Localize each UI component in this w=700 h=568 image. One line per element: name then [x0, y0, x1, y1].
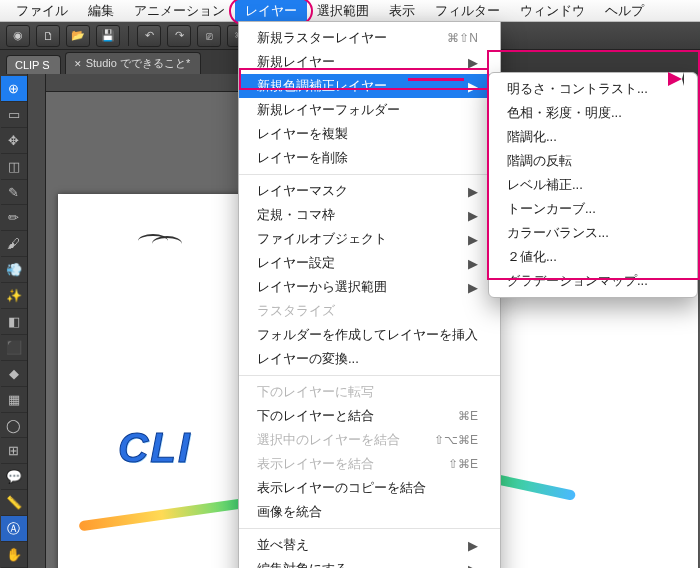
submenu-binarize[interactable]: ２値化... [489, 245, 697, 269]
move-tool[interactable]: ▭ [1, 102, 27, 128]
menu-shortcut: ⌘E [458, 409, 478, 423]
pencil-tool[interactable]: ✏ [1, 205, 27, 231]
submenu-levels[interactable]: レベル補正... [489, 173, 697, 197]
save-icon[interactable]: 💾 [96, 25, 120, 47]
menu-shortcut: ⌘⇧N [447, 31, 478, 45]
menu-item-label: ファイルオブジェクト [257, 230, 387, 248]
menu-item-label: 階調化... [507, 128, 557, 146]
menu-shortcut: ⇧⌥⌘E [434, 433, 478, 447]
menu-separator [239, 375, 500, 376]
menu-item-new-raster[interactable]: 新規ラスターレイヤー ⌘⇧N [239, 26, 500, 50]
menu-selection[interactable]: 選択範囲 [307, 0, 379, 22]
chevron-right-icon: ▶ [468, 562, 478, 569]
canvas-title-text: CLI [118, 424, 192, 472]
menu-item-label: ラスタライズ [257, 302, 335, 320]
menu-item-fileobj[interactable]: ファイルオブジェクト▶ [239, 227, 500, 251]
tab-label: CLIP S [15, 59, 50, 71]
menu-item-create-folder-insert[interactable]: フォルダーを作成してレイヤーを挿入 [239, 323, 500, 347]
tab-2[interactable]: ✕ Studio でできること* [65, 52, 202, 74]
ruler-tool[interactable]: 📏 [1, 490, 27, 516]
submenu-tone-curve[interactable]: トーンカーブ... [489, 197, 697, 221]
menu-item-label: 明るさ・コントラスト... [507, 80, 648, 98]
pen-tool[interactable]: ✎ [1, 180, 27, 206]
menu-item-duplicate[interactable]: レイヤーを複製 [239, 122, 500, 146]
blend-tool[interactable]: ⬛ [1, 335, 27, 361]
adjustment-layer-submenu: 明るさ・コントラスト... 色相・彩度・明度... 階調化... 階調の反転 レ… [488, 72, 698, 298]
menu-help[interactable]: ヘルプ [595, 0, 654, 22]
record-icon[interactable]: ◉ [6, 25, 30, 47]
balloon-tool[interactable]: 💬 [1, 464, 27, 490]
menu-item-label: レイヤー設定 [257, 254, 335, 272]
menu-item-settings[interactable]: レイヤー設定▶ [239, 251, 500, 275]
menu-window[interactable]: ウィンドウ [510, 0, 595, 22]
menu-item-arrange[interactable]: 並べ替え▶ [239, 533, 500, 557]
menu-item-transfer-below: 下のレイヤーに転写 [239, 380, 500, 404]
deco-tool[interactable]: ✨ [1, 283, 27, 309]
eraser-tool[interactable]: ◧ [1, 309, 27, 335]
fill-tool[interactable]: ◆ [1, 361, 27, 387]
menu-item-label: 編集対象にする [257, 560, 348, 568]
menu-item-label: 新規ラスターレイヤー [257, 29, 387, 47]
menu-item-label: 表示レイヤーを結合 [257, 455, 374, 473]
menu-item-label: 並べ替え [257, 536, 309, 554]
menu-item-label: フォルダーを作成してレイヤーを挿入 [257, 326, 478, 344]
menu-item-merge-selected: 選択中のレイヤーを結合⇧⌥⌘E [239, 428, 500, 452]
menu-item-convert[interactable]: レイヤーの変換... [239, 347, 500, 371]
menu-edit[interactable]: 編集 [78, 0, 124, 22]
menu-item-new-folder[interactable]: 新規レイヤーフォルダー [239, 98, 500, 122]
menu-item-set-target[interactable]: 編集対象にする▶ [239, 557, 500, 568]
zoom-tool[interactable]: ⊕ [1, 76, 27, 102]
chevron-right-icon: ▶ [468, 184, 478, 199]
gradient-tool[interactable]: ▦ [1, 387, 27, 413]
chevron-right-icon: ▶ [468, 538, 478, 553]
menubar: ファイル 編集 アニメーション レイヤー 選択範囲 表示 フィルター ウィンドウ… [0, 0, 700, 22]
menu-layer[interactable]: レイヤー [235, 0, 307, 22]
menu-separator [239, 174, 500, 175]
menu-item-label: トーンカーブ... [507, 200, 596, 218]
close-icon[interactable]: ✕ [74, 59, 82, 69]
menu-item-new-adjustment-layer[interactable]: 新規色調補正レイヤー ▶ [239, 74, 500, 98]
menu-item-flatten[interactable]: 画像を統合 [239, 500, 500, 524]
menu-item-merge-visible-copy[interactable]: 表示レイヤーのコピーを結合 [239, 476, 500, 500]
operation-tool[interactable]: ✥ [1, 128, 27, 154]
new-icon[interactable]: 🗋 [36, 25, 60, 47]
menu-item-sel-from[interactable]: レイヤーから選択範囲▶ [239, 275, 500, 299]
open-icon[interactable]: 📂 [66, 25, 90, 47]
figure-tool[interactable]: ◯ [1, 413, 27, 439]
menu-item-new-layer[interactable]: 新規レイヤー ▶ [239, 50, 500, 74]
menu-item-merge-visible: 表示レイヤーを結合⇧⌘E [239, 452, 500, 476]
menu-item-merge-below[interactable]: 下のレイヤーと結合⌘E [239, 404, 500, 428]
airbrush-tool[interactable]: 💨 [1, 257, 27, 283]
tab-1[interactable]: CLIP S [6, 55, 61, 74]
clear-icon[interactable]: ⎚ [197, 25, 221, 47]
text-tool[interactable]: Ⓐ [1, 516, 27, 542]
menu-item-label: レイヤーから選択範囲 [257, 278, 387, 296]
submenu-brightness-contrast[interactable]: 明るさ・コントラスト... [489, 77, 697, 101]
submenu-gradient-map[interactable]: グラデーションマップ... [489, 269, 697, 293]
menu-item-mask[interactable]: レイヤーマスク▶ [239, 179, 500, 203]
frame-tool[interactable]: ⊞ [1, 438, 27, 464]
menu-shortcut: ⇧⌘E [448, 457, 478, 471]
layer-menu: 新規ラスターレイヤー ⌘⇧N 新規レイヤー ▶ 新規色調補正レイヤー ▶ 新規レ… [238, 21, 501, 568]
menu-item-label: レイヤーを削除 [257, 149, 348, 167]
menu-view[interactable]: 表示 [379, 0, 425, 22]
redo-icon[interactable]: ↷ [167, 25, 191, 47]
subview-tool[interactable]: ◫ [1, 154, 27, 180]
correct-tool[interactable]: ✋ [1, 542, 27, 568]
undo-icon[interactable]: ↶ [137, 25, 161, 47]
menu-item-label: カラーバランス... [507, 224, 609, 242]
menu-file[interactable]: ファイル [6, 0, 78, 22]
menu-item-rasterize: ラスタライズ [239, 299, 500, 323]
toolbar-sep [128, 26, 129, 46]
chevron-right-icon: ▶ [468, 208, 478, 223]
brush-tool[interactable]: 🖌 [1, 231, 27, 257]
menu-item-delete[interactable]: レイヤーを削除 [239, 146, 500, 170]
tab-label: Studio でできること* [86, 56, 191, 71]
submenu-color-balance[interactable]: カラーバランス... [489, 221, 697, 245]
menu-item-ruler[interactable]: 定規・コマ枠▶ [239, 203, 500, 227]
menu-animation[interactable]: アニメーション [124, 0, 235, 22]
submenu-hue-saturation[interactable]: 色相・彩度・明度... [489, 101, 697, 125]
submenu-posterize[interactable]: 階調化... [489, 125, 697, 149]
submenu-invert[interactable]: 階調の反転 [489, 149, 697, 173]
menu-filter[interactable]: フィルター [425, 0, 510, 22]
